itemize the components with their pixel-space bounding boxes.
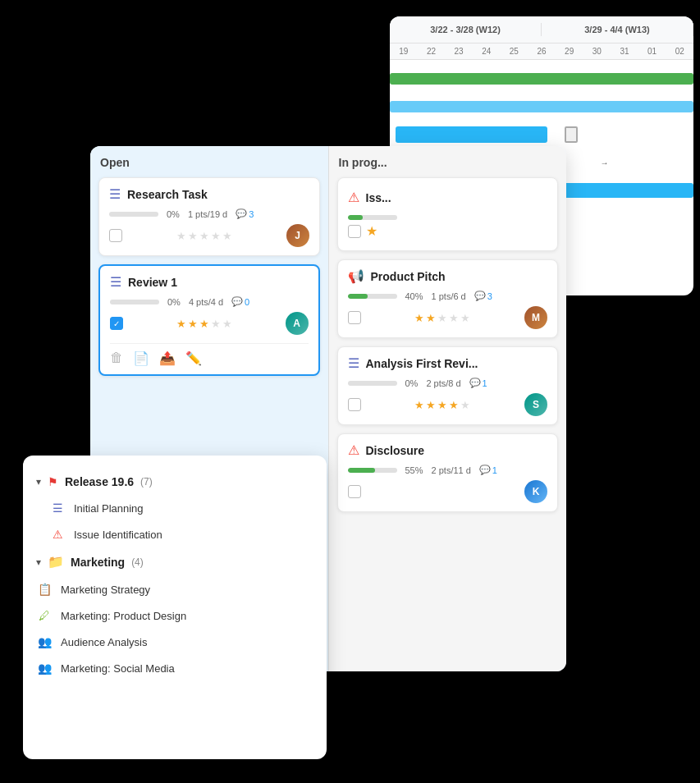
chevron-down-icon[interactable]: ▾ xyxy=(36,476,41,488)
task-checkbox[interactable] xyxy=(348,225,361,238)
star-3: ★ xyxy=(437,312,447,324)
task-icon: ☰ xyxy=(109,186,121,202)
gantt-date: 29 xyxy=(556,47,583,56)
marketing-group: ▾ 📁 Marketing (4) 📋 Marketing Strategy 🖊… xyxy=(23,547,327,681)
task-list-icon: ☰ xyxy=(49,501,66,515)
product-pitch-card: 📢 Product Pitch 40% 1 pts/6 d 💬 3 ★ ★ xyxy=(337,259,559,338)
sidebar-item-issue-identification[interactable]: ⚠ Issue Identification xyxy=(36,521,313,547)
task-checkbox[interactable] xyxy=(348,485,361,498)
comment-badge: 💬 3 xyxy=(236,208,254,219)
marketing-group-count: (4) xyxy=(131,556,144,568)
pts-text: 2 pts/8 d xyxy=(426,378,460,388)
progress-bar-fill xyxy=(348,468,375,473)
gantt-dates-row: 19 22 23 24 25 26 29 30 31 01 02 xyxy=(390,44,693,60)
star-1: ★ xyxy=(176,230,186,242)
audience-analysis-label: Audience Analysis xyxy=(61,636,148,648)
comment-count: 3 xyxy=(249,209,254,219)
edit-icon[interactable]: ✏️ xyxy=(185,350,202,366)
progress-bar-container xyxy=(348,215,397,220)
star-5: ★ xyxy=(460,399,470,411)
star-5: ★ xyxy=(222,230,232,242)
open-column-header: Open xyxy=(98,156,320,169)
star-2: ★ xyxy=(426,312,436,324)
sidebar-panel: ▾ ⚑ Release 19.6 (7) ☰ Initial Planning … xyxy=(23,456,327,759)
kanban-inprog-column: In prog... ⚠ Iss... ★ 📢 Product Pitc xyxy=(328,146,567,671)
task-icon: ☰ xyxy=(110,274,121,290)
issue-icon: ⚠ xyxy=(348,190,359,205)
analysis-review-card: ☰ Analysis First Revi... 0% 2 pts/8 d 💬 … xyxy=(337,346,559,425)
comment-icon: 💬 xyxy=(236,208,247,219)
issue-icon: ⚠ xyxy=(348,442,359,458)
progress-percent: 0% xyxy=(167,297,181,307)
share-icon[interactable]: 📤 xyxy=(159,350,176,366)
chevron-down-icon[interactable]: ▾ xyxy=(36,556,41,568)
research-task-card: ☰ Research Task 0% 1 pts/19 d 💬 3 ★ ★ xyxy=(98,177,320,256)
delete-icon[interactable]: 🗑 xyxy=(110,350,123,366)
sidebar-item-audience-analysis[interactable]: 👥 Audience Analysis xyxy=(23,629,327,655)
review1-title: Review 1 xyxy=(128,276,177,289)
sidebar-item-initial-planning[interactable]: ☰ Initial Planning xyxy=(36,495,313,521)
analysis-icon: ☰ xyxy=(348,355,359,371)
pts-text: 4 pts/4 d xyxy=(189,297,223,307)
progress-bar-container xyxy=(348,294,397,299)
star-2: ★ xyxy=(188,230,198,242)
comment-badge: 💬 0 xyxy=(231,296,249,307)
social-icon: 👥 xyxy=(36,662,53,675)
gantt-date: 19 xyxy=(390,47,418,56)
gantt-date: 24 xyxy=(473,47,501,56)
analysis-title: Analysis First Revi... xyxy=(366,357,478,370)
gantt-date: 25 xyxy=(501,47,528,56)
sidebar-item-product-design[interactable]: 🖊 Marketing: Product Design xyxy=(23,602,327,629)
product-design-label: Marketing: Product Design xyxy=(61,610,186,622)
star-5: ★ xyxy=(222,318,232,330)
gantt-row xyxy=(390,95,693,118)
gantt-date: 30 xyxy=(583,47,611,56)
star-rating: ★ ★ ★ ★ ★ xyxy=(176,318,232,330)
progress-bar-fill xyxy=(348,294,368,299)
gantt-week-1: 3/22 - 3/28 (W12) xyxy=(390,23,542,36)
avatar: A xyxy=(286,312,309,335)
avatar: J xyxy=(286,224,309,247)
gantt-date: 02 xyxy=(666,47,693,56)
comment-count: 1 xyxy=(483,378,487,388)
issue-identification-label: Issue Identification xyxy=(74,529,162,541)
task-checkbox[interactable] xyxy=(109,229,122,242)
comment-count: 1 xyxy=(492,465,497,475)
gantt-date: 22 xyxy=(418,47,446,56)
comment-badge: 💬 1 xyxy=(469,378,487,388)
comment-icon: 💬 xyxy=(231,296,243,307)
issue-card: ⚠ Iss... ★ xyxy=(337,177,559,251)
social-media-label: Marketing: Social Media xyxy=(61,662,175,675)
star-4: ★ xyxy=(211,230,221,242)
gantt-date: 31 xyxy=(611,47,638,56)
sidebar-item-marketing-strategy[interactable]: 📋 Marketing Strategy xyxy=(23,576,327,602)
strategy-icon: 📋 xyxy=(36,583,53,596)
pts-text: 1 pts/19 d xyxy=(188,209,227,219)
star-rating: ★ ★ ★ ★ ★ xyxy=(176,230,232,242)
megaphone-icon: 📢 xyxy=(348,268,364,284)
inprog-column-header: In prog... xyxy=(337,156,559,169)
issue-list-icon: ⚠ xyxy=(49,528,66,541)
star-2: ★ xyxy=(188,318,198,330)
comment-badge: 💬 3 xyxy=(474,291,492,301)
issue-title: Iss... xyxy=(366,191,391,204)
marketing-group-title: Marketing xyxy=(71,556,125,569)
gantt-header: 3/22 - 3/28 (W12) 3/29 - 4/4 (W13) xyxy=(390,16,693,44)
star-2: ★ xyxy=(426,399,436,411)
task-checkbox[interactable]: ✓ xyxy=(110,317,123,330)
progress-bar-container xyxy=(109,212,158,217)
release-group: ▾ ⚑ Release 19.6 (7) ☰ Initial Planning … xyxy=(23,469,327,547)
comment-count: 3 xyxy=(487,291,492,301)
copy-icon[interactable]: 📄 xyxy=(133,350,149,366)
gantt-row xyxy=(390,123,693,146)
task-checkbox[interactable] xyxy=(348,398,361,411)
star-4: ★ xyxy=(211,318,221,330)
gantt-week-2: 3/29 - 4/4 (W13) xyxy=(542,23,693,36)
progress-bar-fill xyxy=(348,215,363,220)
gantt-date: 26 xyxy=(528,47,556,56)
release-group-title: Release 19.6 xyxy=(65,475,134,488)
gantt-date: 23 xyxy=(445,47,473,56)
comment-icon: 💬 xyxy=(469,378,481,388)
task-checkbox[interactable] xyxy=(348,311,361,324)
sidebar-item-social-media[interactable]: 👥 Marketing: Social Media xyxy=(23,655,327,681)
